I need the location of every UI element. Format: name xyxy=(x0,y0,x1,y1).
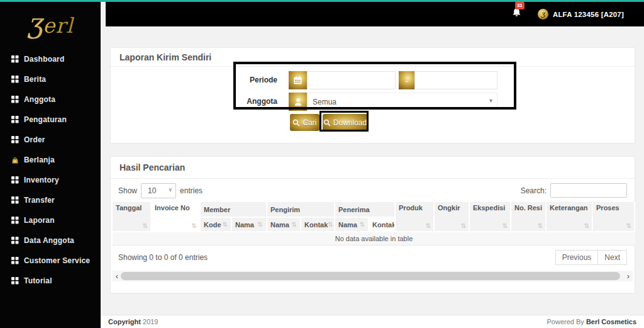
sidebar-item-label: Customer Service xyxy=(24,256,90,265)
horizontal-scrollbar[interactable]: ‹ › xyxy=(113,271,633,281)
grid-icon xyxy=(11,257,19,264)
sidebar-item-anggota[interactable]: Anggota xyxy=(0,89,101,110)
col-label: Kontak xyxy=(372,221,396,229)
col-header-tanggal[interactable]: Tanggal⇅ xyxy=(113,202,152,232)
col-header-keterangan[interactable]: Keterangan⇅ xyxy=(547,202,593,232)
notifications-button[interactable]: 31 xyxy=(512,8,521,21)
table-info: Showing 0 to 0 of 0 entries xyxy=(118,253,208,262)
sidebar-item-order[interactable]: Order xyxy=(0,130,101,150)
grid-icon xyxy=(11,76,19,83)
col-header-no-resi[interactable]: No. Resi⇅ xyxy=(511,202,547,232)
user-avatar: ʒ xyxy=(538,9,548,20)
col-header-ekspedisi[interactable]: Ekspedisi⇅ xyxy=(470,202,511,232)
sort-icon: ⇅ xyxy=(328,221,333,228)
powered-label: Powered By xyxy=(547,318,584,325)
col-header-ongkir[interactable]: Ongkir⇅ xyxy=(435,202,470,232)
anggota-select[interactable]: Semua xyxy=(307,93,497,111)
sort-icon: ⇅ xyxy=(143,222,148,229)
search-label: Search: xyxy=(521,186,547,195)
sidebar-item-berlanja[interactable]: Berlanja xyxy=(0,150,101,170)
top-accent-line xyxy=(0,0,644,2)
col-header-member-nama[interactable]: Nama⇅ xyxy=(232,218,267,232)
person-icon xyxy=(294,98,303,106)
sidebar-item-customer-service[interactable]: Customer Service xyxy=(0,251,101,271)
periode-from-input[interactable] xyxy=(307,71,396,89)
anggota-addon xyxy=(289,93,307,111)
sidebar-item-label: Order xyxy=(24,135,45,144)
search-input[interactable] xyxy=(550,183,627,198)
grid-icon xyxy=(11,277,19,285)
sidebar-item-label: Berlanja xyxy=(24,156,55,164)
cari-button[interactable]: Cari xyxy=(290,114,319,131)
anggota-select-wrap: Semua ▾ xyxy=(307,93,497,111)
table-search-control: Search: xyxy=(521,183,627,198)
username-label: ALFA 123456 [A207] xyxy=(553,11,624,18)
group-header-penerima: Penerima xyxy=(335,202,396,218)
col-header-member-kode[interactable]: Kode⇅ xyxy=(201,218,232,232)
logo-mark: ʒ xyxy=(27,7,43,39)
filter-panel-header: Laporan Kirim Sendiri xyxy=(111,48,635,67)
grid-icon xyxy=(11,217,19,224)
results-panel-header: Hasil Pencarian xyxy=(111,157,635,179)
results-table: Tanggal⇅ Invoice No⇅ Member Pengirim Pen… xyxy=(113,202,635,246)
download-button-label: Download xyxy=(333,118,367,127)
logo-text: erl xyxy=(43,13,74,38)
col-header-produk[interactable]: Produk⇅ xyxy=(396,202,435,232)
col-label: Produk xyxy=(399,204,423,212)
show-label: Show xyxy=(118,186,137,195)
next-button[interactable]: Next xyxy=(597,250,627,265)
scrollbar-thumb[interactable] xyxy=(121,272,620,280)
sidebar-item-label: Laporan xyxy=(24,216,55,225)
previous-button[interactable]: Previous xyxy=(555,250,599,265)
col-label: Ongkir xyxy=(438,204,460,212)
user-menu[interactable]: ʒ ALFA 123456 [A207] xyxy=(538,9,624,20)
sidebar-item-inventory[interactable]: Inventory xyxy=(0,170,101,190)
sidebar-item-berita[interactable]: Berita xyxy=(0,69,101,89)
pagination: Previous Next xyxy=(555,250,627,265)
results-title: Hasil Pencarian xyxy=(119,162,185,172)
empty-message: No data available in table xyxy=(113,232,635,246)
sort-icon: ⇅ xyxy=(461,222,466,229)
download-button[interactable]: Download xyxy=(323,114,367,131)
sidebar-item-label: Tutorial xyxy=(24,276,52,285)
scroll-left-arrow[interactable]: ‹ xyxy=(113,271,121,281)
sidebar-nav: Dashboard Berita Anggota Pengaturan Orde… xyxy=(0,49,101,291)
scroll-right-arrow[interactable]: › xyxy=(624,271,633,281)
col-header-pengirim-kontak[interactable]: Kontak⇅ xyxy=(301,218,335,232)
col-label: Proses xyxy=(596,204,619,212)
sidebar-item-transfer[interactable]: Transfer xyxy=(0,190,101,210)
anggota-label: Anggota xyxy=(211,93,277,111)
col-label: Member xyxy=(204,206,230,213)
grid-icon xyxy=(11,196,19,204)
page-length-select[interactable]: 10 xyxy=(141,183,176,198)
sort-icon: ⇅ xyxy=(292,221,297,228)
grid-icon xyxy=(11,96,19,103)
col-header-invoice-no[interactable]: Invoice No⇅ xyxy=(152,202,201,232)
page-length-control: Show 10 ∨ entries xyxy=(118,183,203,198)
col-header-penerima-kontak[interactable]: Kontak xyxy=(369,218,396,232)
grid-icon xyxy=(11,116,19,123)
col-label: Invoice No xyxy=(155,204,190,212)
col-label: Kode xyxy=(204,221,221,229)
col-header-penerima-nama[interactable]: Nama⇅ xyxy=(335,218,369,232)
empty-row: No data available in table xyxy=(113,232,635,246)
col-header-pengirim-nama[interactable]: Nama⇅ xyxy=(267,218,301,232)
powered-by-text: Powered By Berl Cosmetics xyxy=(547,318,636,325)
col-label: Keterangan xyxy=(550,204,588,212)
sidebar-item-laporan[interactable]: Laporan xyxy=(0,210,101,230)
sidebar-item-label: Dashboard xyxy=(24,55,64,64)
date-from-addon[interactable] xyxy=(289,71,307,89)
sidebar-item-tutorial[interactable]: Tutorial xyxy=(0,271,101,291)
sort-icon: ⇅ xyxy=(538,222,543,229)
sidebar-item-dashboard[interactable]: Dashboard xyxy=(0,49,101,69)
sort-icon: ⇅ xyxy=(360,221,365,228)
sidebar-item-data-anggota[interactable]: Data Anggota xyxy=(0,230,101,251)
sidebar: ʒerl Dashboard Berita Anggota Pengaturan… xyxy=(0,0,101,328)
sidebar-item-label: Berita xyxy=(24,75,46,84)
sort-icon: ⇅ xyxy=(426,222,431,229)
periode-to-input[interactable] xyxy=(414,71,497,89)
sidebar-item-pengaturan[interactable]: Pengaturan xyxy=(0,110,101,130)
grid-icon xyxy=(11,136,19,144)
copyright-text: Copyright 2019 xyxy=(108,318,158,325)
col-header-proses[interactable]: Proses⇅ xyxy=(593,202,635,232)
